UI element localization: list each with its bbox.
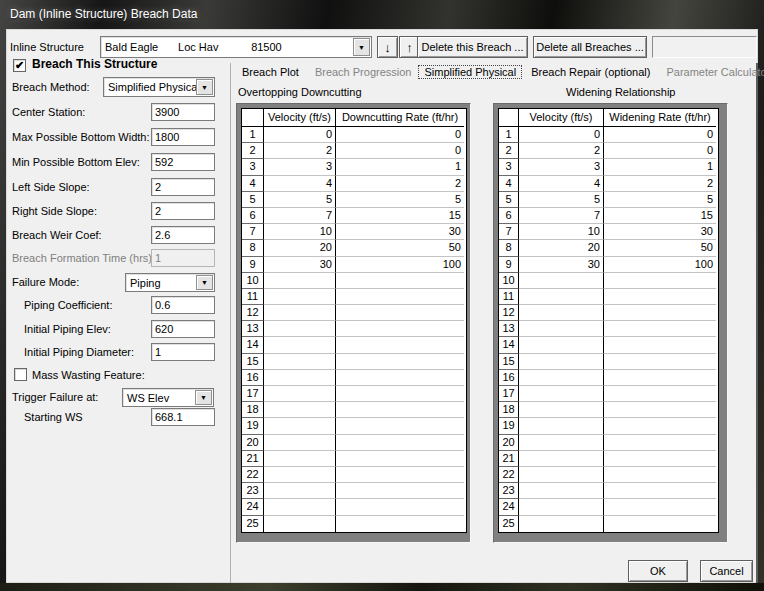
table-cell[interactable] (519, 305, 604, 321)
row-number[interactable]: 16 (242, 370, 264, 386)
table-cell[interactable] (519, 418, 604, 434)
row-number[interactable]: 12 (242, 305, 264, 321)
table-cell[interactable] (519, 483, 604, 499)
row-number[interactable]: 4 (242, 176, 264, 192)
row-number[interactable]: 15 (499, 354, 519, 370)
table-cell[interactable]: 5 (519, 192, 604, 208)
tab-simplified-physical[interactable]: Simplified Physical (418, 65, 522, 79)
chevron-down-icon[interactable]: ▼ (353, 38, 370, 56)
table-cell[interactable] (519, 321, 604, 337)
table-cell[interactable] (519, 370, 604, 386)
table-cell[interactable]: 5 (264, 192, 336, 208)
table-cell[interactable] (336, 451, 464, 467)
table-cell[interactable]: 0 (336, 143, 464, 159)
table-cell[interactable] (519, 467, 604, 483)
table-cell[interactable] (336, 386, 464, 402)
table-cell[interactable] (604, 289, 716, 305)
table-cell[interactable] (264, 499, 336, 515)
row-number[interactable]: 14 (499, 337, 519, 353)
row-number[interactable]: 8 (242, 240, 264, 256)
row-number[interactable]: 25 (499, 516, 519, 532)
trigger-failure-combobox[interactable]: WS Elev ▼ (122, 388, 214, 407)
row-number[interactable]: 18 (242, 402, 264, 418)
row-number[interactable]: 19 (499, 418, 519, 434)
table-cell[interactable] (604, 418, 716, 434)
table-cell[interactable] (519, 354, 604, 370)
row-number[interactable]: 11 (242, 289, 264, 305)
table-cell[interactable] (604, 516, 716, 532)
table-cell[interactable]: 30 (519, 257, 604, 273)
row-number[interactable]: 7 (499, 224, 519, 240)
table-cell[interactable] (604, 273, 716, 289)
table-cell[interactable]: 0 (336, 127, 464, 143)
row-number[interactable]: 3 (242, 159, 264, 175)
table-cell[interactable] (264, 402, 336, 418)
table-cell[interactable]: 50 (336, 240, 464, 256)
row-number[interactable]: 2 (242, 143, 264, 159)
table-cell[interactable] (336, 354, 464, 370)
table-cell[interactable] (264, 289, 336, 305)
table-cell[interactable] (336, 516, 464, 532)
center-station-input[interactable] (151, 103, 215, 121)
row-number[interactable]: 23 (499, 483, 519, 499)
table-cell[interactable] (604, 321, 716, 337)
table-cell[interactable] (264, 435, 336, 451)
row-number[interactable]: 15 (242, 354, 264, 370)
table-cell[interactable] (336, 467, 464, 483)
table-cell[interactable]: 4 (519, 176, 604, 192)
inline-structure-combobox[interactable]: Bald Eagle Loc Hav 81500 ▼ (100, 36, 372, 58)
table-cell[interactable]: 4 (264, 176, 336, 192)
table-cell[interactable] (336, 370, 464, 386)
row-number[interactable]: 5 (242, 192, 264, 208)
row-number[interactable]: 10 (242, 273, 264, 289)
table-cell[interactable] (336, 337, 464, 353)
row-number[interactable]: 24 (499, 499, 519, 515)
row-number[interactable]: 17 (499, 386, 519, 402)
max-bottom-width-input[interactable] (151, 128, 215, 146)
row-number[interactable]: 5 (499, 192, 519, 208)
table-cell[interactable]: 10 (519, 224, 604, 240)
table-cell[interactable]: 30 (604, 224, 716, 240)
table-cell[interactable] (264, 451, 336, 467)
row-number[interactable]: 13 (499, 321, 519, 337)
table-cell[interactable]: 7 (264, 208, 336, 224)
row-number[interactable]: 20 (242, 435, 264, 451)
row-number[interactable]: 10 (499, 273, 519, 289)
table-cell[interactable]: 2 (604, 176, 716, 192)
breach-method-combobox[interactable]: Simplified Physical ▼ (103, 77, 215, 97)
min-bottom-elev-input[interactable] (151, 153, 215, 171)
row-number[interactable]: 1 (242, 127, 264, 143)
failure-mode-combobox[interactable]: Piping ▼ (125, 273, 215, 292)
table-cell[interactable] (519, 273, 604, 289)
table-cell[interactable] (604, 370, 716, 386)
table-cell[interactable]: 100 (336, 257, 464, 273)
table-cell[interactable] (519, 289, 604, 305)
row-number[interactable]: 24 (242, 499, 264, 515)
row-number[interactable]: 1 (499, 127, 519, 143)
row-number[interactable]: 25 (242, 516, 264, 532)
table-cell[interactable]: 5 (604, 192, 716, 208)
row-number[interactable]: 6 (499, 208, 519, 224)
table-cell[interactable] (604, 354, 716, 370)
table-cell[interactable] (336, 305, 464, 321)
table-cell[interactable]: 1 (604, 159, 716, 175)
row-number[interactable]: 12 (499, 305, 519, 321)
table-cell[interactable]: 0 (604, 143, 716, 159)
row-number[interactable]: 9 (499, 257, 519, 273)
row-number[interactable]: 18 (499, 402, 519, 418)
table-cell[interactable] (604, 451, 716, 467)
table-cell[interactable] (604, 305, 716, 321)
table-cell[interactable]: 0 (519, 127, 604, 143)
row-number[interactable]: 13 (242, 321, 264, 337)
row-number[interactable]: 2 (499, 143, 519, 159)
right-side-slope-input[interactable] (151, 202, 215, 220)
table-cell[interactable] (519, 402, 604, 418)
row-number[interactable]: 9 (242, 257, 264, 273)
table-cell[interactable] (519, 499, 604, 515)
table-cell[interactable] (264, 305, 336, 321)
table-cell[interactable] (336, 483, 464, 499)
table-cell[interactable] (264, 337, 336, 353)
table-cell[interactable]: 3 (264, 159, 336, 175)
row-number[interactable]: 8 (499, 240, 519, 256)
chevron-down-icon[interactable]: ▼ (195, 390, 212, 405)
